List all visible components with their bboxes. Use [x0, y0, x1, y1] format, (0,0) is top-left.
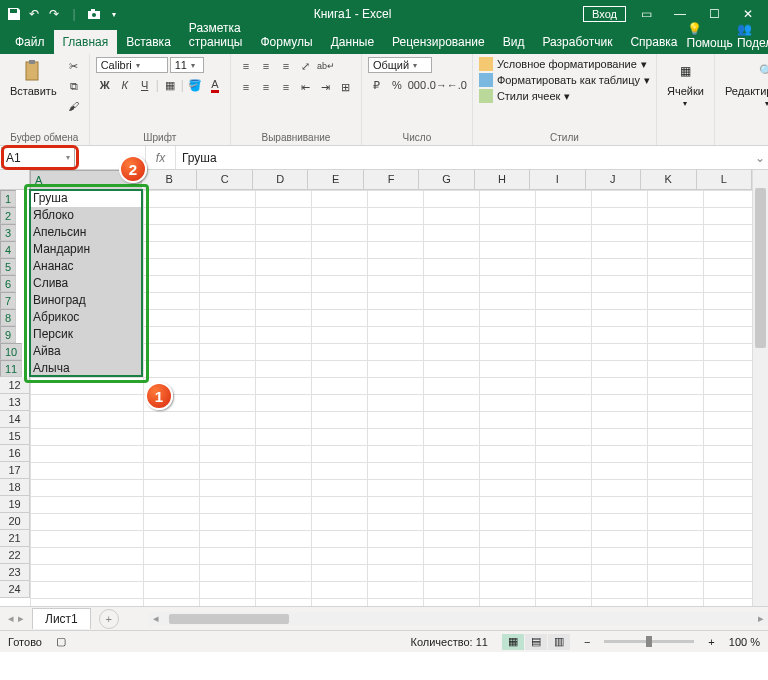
ribbon-display-icon[interactable]: ▭	[632, 7, 660, 21]
cell-A9[interactable]: Персик	[30, 326, 143, 343]
formula-expand-icon[interactable]: ⌄	[752, 146, 768, 169]
tab-data[interactable]: Данные	[322, 30, 383, 54]
cells-area[interactable]: ГрушаЯблокоАпельсинМандаринАнанасСливаВи…	[30, 190, 752, 606]
spreadsheet-grid[interactable]: ABCDEFGHIJKL 123456789101112131415161718…	[0, 170, 768, 606]
cell-A2[interactable]: Яблоко	[30, 207, 143, 224]
conditional-formatting-button[interactable]: Условное форматирование ▾	[479, 57, 647, 71]
row-header-15[interactable]: 15	[0, 428, 30, 445]
cell-A11[interactable]: Алыча	[30, 360, 143, 377]
horizontal-scrollbar[interactable]: ◂▸	[149, 612, 768, 626]
tab-help[interactable]: Справка	[621, 30, 686, 54]
cell-A10[interactable]: Айва	[30, 343, 143, 360]
select-all-corner[interactable]	[0, 170, 30, 190]
tab-view[interactable]: Вид	[494, 30, 534, 54]
tab-insert[interactable]: Вставка	[117, 30, 180, 54]
format-as-table-button[interactable]: Форматировать как таблицу ▾	[479, 73, 650, 87]
row-header-22[interactable]: 22	[0, 547, 30, 564]
sheet-nav[interactable]: ◂▸	[0, 612, 32, 625]
login-button[interactable]: Вход	[583, 6, 626, 22]
cell-A7[interactable]: Виноград	[30, 292, 143, 309]
zoom-in-button[interactable]: +	[708, 636, 714, 648]
number-format-select[interactable]: Общий▾	[368, 57, 432, 73]
zoom-out-button[interactable]: −	[584, 636, 590, 648]
sheet-tab-1[interactable]: Лист1	[32, 608, 91, 629]
cell-A6[interactable]: Слива	[30, 275, 143, 292]
view-normal-icon[interactable]: ▦	[502, 634, 524, 650]
inc-decimal-icon[interactable]: .0→	[428, 76, 446, 94]
col-header-J[interactable]: J	[586, 170, 641, 190]
row-header-16[interactable]: 16	[0, 445, 30, 462]
add-sheet-button[interactable]: +	[99, 609, 119, 629]
tab-review[interactable]: Рецензирование	[383, 30, 494, 54]
wrap-text-icon[interactable]: ab↵	[317, 57, 335, 75]
camera-icon[interactable]	[86, 6, 102, 22]
formula-input[interactable]: Груша	[176, 146, 752, 169]
align-middle-icon[interactable]: ≡	[257, 57, 275, 75]
row-header-6[interactable]: 6	[0, 275, 16, 292]
row-header-5[interactable]: 5	[0, 258, 16, 275]
align-bottom-icon[interactable]: ≡	[277, 57, 295, 75]
underline-button[interactable]: Ч	[136, 76, 154, 94]
cell-A5[interactable]: Ананас	[30, 258, 143, 275]
share-button[interactable]: 👥 Поделиться	[737, 22, 768, 50]
tab-formulas[interactable]: Формулы	[251, 30, 321, 54]
row-headers[interactable]: 123456789101112131415161718192021222324	[0, 190, 30, 598]
cell-A1[interactable]: Груша	[30, 190, 143, 207]
row-header-9[interactable]: 9	[0, 326, 16, 343]
col-header-E[interactable]: E	[308, 170, 363, 190]
tab-file[interactable]: Файл	[6, 30, 54, 54]
paste-button[interactable]: Вставить	[6, 57, 61, 99]
cell-A8[interactable]: Абрикос	[30, 309, 143, 326]
row-header-23[interactable]: 23	[0, 564, 30, 581]
comma-icon[interactable]: 000	[408, 76, 426, 94]
col-header-L[interactable]: L	[697, 170, 752, 190]
row-header-20[interactable]: 20	[0, 513, 30, 530]
row-header-19[interactable]: 19	[0, 496, 30, 513]
row-header-12[interactable]: 12	[0, 377, 30, 394]
undo-icon[interactable]: ↶	[26, 6, 42, 22]
row-header-24[interactable]: 24	[0, 581, 30, 598]
row-header-2[interactable]: 2	[0, 207, 16, 224]
font-size-select[interactable]: 11▾	[170, 57, 204, 73]
align-top-icon[interactable]: ≡	[237, 57, 255, 75]
col-header-C[interactable]: C	[197, 170, 252, 190]
row-header-7[interactable]: 7	[0, 292, 16, 309]
tab-developer[interactable]: Разработчик	[533, 30, 621, 54]
row-header-13[interactable]: 13	[0, 394, 30, 411]
maximize-button[interactable]: ☐	[700, 7, 728, 21]
align-center-icon[interactable]: ≡	[257, 78, 275, 96]
fill-color-icon[interactable]: 🪣	[186, 76, 204, 94]
minimize-button[interactable]: —	[666, 7, 694, 21]
row-header-21[interactable]: 21	[0, 530, 30, 547]
indent-inc-icon[interactable]: ⇥	[317, 78, 335, 96]
col-header-H[interactable]: H	[475, 170, 530, 190]
row-header-14[interactable]: 14	[0, 411, 30, 428]
zoom-slider[interactable]	[604, 640, 694, 643]
merge-icon[interactable]: ⊞	[337, 78, 355, 96]
col-header-F[interactable]: F	[364, 170, 419, 190]
italic-button[interactable]: К	[116, 76, 134, 94]
row-header-10[interactable]: 10	[0, 343, 22, 360]
qat-dropdown-icon[interactable]: ▾	[106, 6, 122, 22]
currency-icon[interactable]: ₽	[368, 76, 386, 94]
cut-icon[interactable]: ✂	[65, 57, 83, 75]
row-header-4[interactable]: 4	[0, 241, 16, 258]
font-color-icon[interactable]: A	[206, 76, 224, 94]
save-icon[interactable]	[6, 6, 22, 22]
name-box[interactable]: A1▾	[1, 147, 75, 168]
redo-icon[interactable]: ↷	[46, 6, 62, 22]
cell-A4[interactable]: Мандарин	[30, 241, 143, 258]
editing-button[interactable]: 🔍Редактирование▾	[721, 57, 768, 110]
view-buttons[interactable]: ▦ ▤ ▥	[502, 634, 570, 650]
row-header-3[interactable]: 3	[0, 224, 16, 241]
copy-icon[interactable]: ⧉	[65, 77, 83, 95]
row-header-8[interactable]: 8	[0, 309, 16, 326]
tell-me[interactable]: 💡 Помощь	[687, 22, 733, 50]
tab-page-layout[interactable]: Разметка страницы	[180, 16, 252, 54]
cell-A3[interactable]: Апельсин	[30, 224, 143, 241]
indent-dec-icon[interactable]: ⇤	[297, 78, 315, 96]
orientation-icon[interactable]: ⤢	[297, 57, 315, 75]
col-header-G[interactable]: G	[419, 170, 474, 190]
align-right-icon[interactable]: ≡	[277, 78, 295, 96]
bold-button[interactable]: Ж	[96, 76, 114, 94]
